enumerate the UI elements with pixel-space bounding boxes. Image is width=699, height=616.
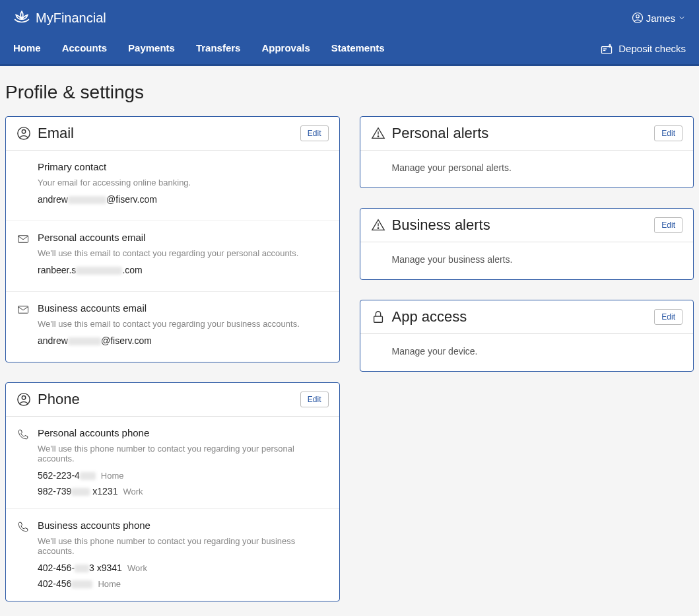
primary-contact-section: Primary contact Your email for accessing…: [6, 151, 339, 221]
phone-card: Phone Edit Personal accounts phone We'll…: [5, 382, 340, 601]
business-phone-title: Business accounts phone: [38, 520, 329, 531]
user-circle-icon: [632, 12, 644, 24]
svg-rect-5: [18, 236, 28, 243]
redacted-text: [71, 488, 90, 496]
mail-icon: [17, 304, 30, 318]
personal-email-value: ranbeer.s.com: [38, 265, 329, 275]
primary-contact-value: andrew@fiserv.com: [38, 194, 329, 205]
edit-personal-alerts-button[interactable]: Edit: [654, 125, 682, 141]
svg-point-12: [378, 228, 378, 228]
chevron-down-icon: [678, 14, 686, 22]
user-name: James: [646, 13, 675, 24]
main-nav: Home Accounts Payments Transfers Approva…: [0, 33, 699, 64]
app-header: MyFinancial James Home Accounts Payments…: [0, 0, 699, 66]
deposit-check-icon: [600, 42, 613, 55]
page-title: Profile & settings: [5, 82, 694, 103]
personal-alerts-body: Manage your personal alerts.: [360, 151, 694, 188]
nav-approvals[interactable]: Approvals: [261, 33, 310, 64]
svg-point-10: [378, 136, 378, 137]
personal-alerts-card: Personal alerts Edit Manage your persona…: [360, 116, 694, 188]
app-access-card: App access Edit Manage your device.: [360, 300, 694, 372]
nav-accounts[interactable]: Accounts: [62, 33, 107, 64]
personal-alerts-title: Personal alerts: [392, 125, 489, 142]
nav-statements[interactable]: Statements: [331, 33, 385, 64]
deposit-checks-label: Deposit checks: [618, 43, 686, 54]
phone-icon: [17, 428, 30, 442]
svg-point-8: [22, 396, 26, 400]
personal-email-desc: We'll use this email to contact you rega…: [38, 248, 329, 258]
personal-phone-title: Personal accounts phone: [38, 427, 329, 438]
phone-entry: 982-739 x1231 Work: [38, 486, 329, 496]
mail-icon: [17, 233, 30, 247]
business-phone-desc: We'll use this phone number to contact y…: [38, 536, 329, 556]
redacted-text: [68, 196, 106, 204]
user-icon: [17, 392, 31, 407]
app-access-title: App access: [392, 308, 467, 325]
business-alerts-body: Manage your business alerts.: [360, 242, 694, 279]
email-card-title: Email: [38, 125, 74, 142]
brand-logo[interactable]: MyFinancial: [13, 9, 106, 26]
alert-triangle-icon: [371, 126, 385, 141]
business-alerts-card: Business alerts Edit Manage your busines…: [360, 208, 694, 280]
edit-email-button[interactable]: Edit: [300, 125, 329, 141]
business-email-value: andrew@fiserv.com: [38, 335, 329, 346]
business-email-title: Business accounts email: [38, 302, 329, 314]
phone-icon: [17, 521, 30, 535]
nav-payments[interactable]: Payments: [128, 33, 175, 64]
edit-phone-button[interactable]: Edit: [300, 392, 329, 407]
redacted-text: [68, 337, 101, 345]
phone-entry: 402-456 Home: [38, 578, 329, 589]
personal-phone-section: Personal accounts phone We'll use this p…: [6, 417, 339, 509]
lock-icon: [371, 310, 385, 324]
redacted-text: [71, 580, 92, 588]
personal-email-section: Personal accounts email We'll use this e…: [6, 221, 339, 292]
business-email-desc: We'll use this email to contact you rega…: [38, 319, 329, 329]
redacted-text: [76, 267, 122, 275]
business-email-section: Business accounts email We'll use this e…: [6, 292, 339, 362]
edit-app-access-button[interactable]: Edit: [654, 309, 682, 325]
nav-home[interactable]: Home: [13, 33, 41, 64]
primary-contact-title: Primary contact: [38, 161, 329, 172]
phone-entry: 402-456-3 x9341 Work: [38, 563, 329, 573]
alert-triangle-icon: [371, 218, 385, 232]
nav-transfers[interactable]: Transfers: [196, 33, 241, 64]
redacted-text: [75, 565, 89, 572]
personal-email-title: Personal accounts email: [38, 232, 329, 243]
phone-card-title: Phone: [38, 391, 80, 408]
user-icon: [17, 126, 31, 141]
svg-rect-6: [18, 306, 28, 314]
lotus-icon: [13, 9, 30, 26]
user-menu[interactable]: James: [632, 12, 686, 24]
edit-business-alerts-button[interactable]: Edit: [654, 217, 682, 233]
deposit-checks-link[interactable]: Deposit checks: [600, 42, 686, 55]
brand-name: MyFinancial: [36, 11, 106, 26]
primary-contact-desc: Your email for accessing online banking.: [38, 178, 329, 188]
app-access-body: Manage your device.: [360, 334, 694, 371]
business-alerts-title: Business alerts: [392, 217, 490, 234]
business-phone-section: Business accounts phone We'll use this p…: [6, 509, 339, 601]
svg-rect-13: [374, 316, 382, 322]
email-card: Email Edit Primary contact Your email fo…: [5, 116, 340, 362]
svg-point-4: [22, 130, 26, 134]
phone-entry: 562-223-4 Home: [38, 470, 329, 481]
redacted-text: [80, 472, 96, 480]
personal-phone-desc: We'll use this phone number to contact y…: [38, 444, 329, 463]
svg-point-1: [636, 15, 640, 18]
